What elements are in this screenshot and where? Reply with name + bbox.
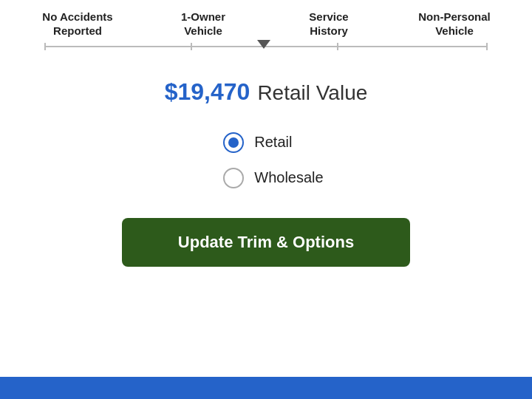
badge-no-accidents: No Accidents Reported (15, 10, 140, 38)
badge-service-history: Service History (266, 10, 392, 38)
badge-non-personal: Non-Personal Vehicle (392, 10, 517, 38)
badge-line1-2: Service (309, 10, 348, 24)
main-container: No Accidents Reported 1-Owner Vehicle Se… (0, 0, 532, 377)
badge-line1-3: Non-Personal (418, 10, 491, 24)
price-section: $19,470 Retail Value (165, 78, 368, 106)
price-label: Retail Value (257, 81, 367, 105)
badges-row: No Accidents Reported 1-Owner Vehicle Se… (0, 0, 532, 38)
radio-retail[interactable]: Retail (223, 132, 292, 153)
price-value: $19,470 (165, 78, 250, 106)
badge-line2-2: History (310, 24, 348, 38)
radio-inner-retail (228, 137, 239, 148)
timeline-tick-c2 (337, 43, 338, 50)
timeline-arrow-icon (257, 40, 270, 49)
badge-line1-0: No Accidents (42, 10, 112, 24)
timeline-row (0, 38, 532, 47)
timeline-tick-c1 (191, 43, 192, 50)
radio-circle-wholesale[interactable] (223, 168, 244, 188)
badge-one-owner: 1-Owner Vehicle (140, 10, 266, 38)
bottom-bar (0, 377, 532, 399)
timeline-tick-right (486, 43, 488, 50)
timeline-line (44, 46, 488, 47)
radio-circle-retail[interactable] (223, 132, 244, 153)
radio-label-wholesale: Wholesale (254, 169, 323, 186)
badge-line2-3: Vehicle (435, 24, 474, 38)
timeline-tick-left (44, 43, 46, 50)
badge-line1-1: 1-Owner (181, 10, 225, 24)
radio-section: Retail Wholesale (208, 132, 323, 188)
radio-wholesale[interactable]: Wholesale (223, 168, 323, 188)
badge-line2-1: Vehicle (184, 24, 222, 38)
update-trim-button[interactable]: Update Trim & Options (122, 218, 410, 267)
radio-label-retail: Retail (254, 134, 292, 151)
badge-line2-0: Reported (53, 24, 102, 38)
